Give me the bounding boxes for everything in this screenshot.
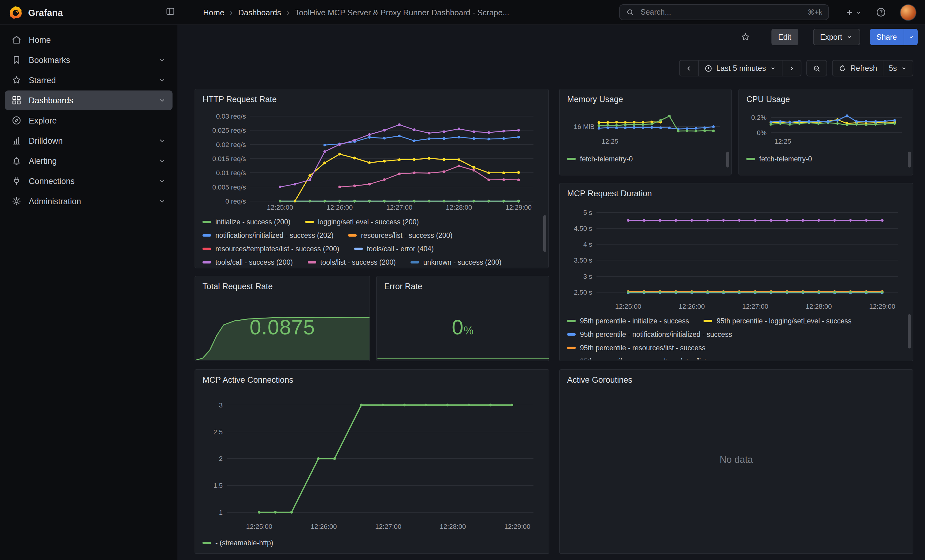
search-input[interactable] xyxy=(639,8,803,17)
time-range-group: Last 5 minutes xyxy=(679,60,801,77)
sidebar-item-dashboards[interactable]: Dashboards xyxy=(5,90,173,110)
panel-title[interactable]: MCP Active Connections xyxy=(202,375,541,384)
dashboard-toolbar: Edit Export Share xyxy=(740,29,917,45)
share-menu-button[interactable] xyxy=(904,29,917,45)
help-button[interactable] xyxy=(875,7,886,18)
edit-button[interactable]: Edit xyxy=(771,29,798,45)
legend-item[interactable]: 95th percentile - resources/templates/li… xyxy=(567,357,738,359)
sidebar-item-explore[interactable]: Explore xyxy=(5,111,173,130)
legend-item[interactable]: tools/call - error (404) xyxy=(354,245,434,252)
chevron-down-icon[interactable] xyxy=(158,177,166,185)
legend-item[interactable]: logging/setLevel - success (200) xyxy=(305,218,419,225)
panel-error-rate: Error Rate 0% xyxy=(376,276,549,361)
series-swatch xyxy=(746,158,755,160)
panel-title[interactable]: Memory Usage xyxy=(567,95,724,104)
search-bar[interactable]: ⌘+k xyxy=(619,4,829,20)
legend-item[interactable]: resources/list - success (200) xyxy=(348,232,452,239)
svg-text:12:27:00: 12:27:00 xyxy=(386,204,413,211)
legend-item[interactable]: tools/call - success (200) xyxy=(202,258,293,266)
svg-text:5 s: 5 s xyxy=(583,209,592,216)
favorite-star-button[interactable] xyxy=(740,32,751,42)
legend-item[interactable]: 95th percentile - logging/setLevel - suc… xyxy=(704,317,851,324)
chevron-down-icon[interactable] xyxy=(158,156,166,165)
svg-text:12:25: 12:25 xyxy=(601,138,618,145)
svg-text:0%: 0% xyxy=(757,129,767,137)
svg-text:0.025 req/s: 0.025 req/s xyxy=(212,126,246,134)
time-series-chart[interactable]: 11.522.5312:25:0012:26:0012:27:0012:28:0… xyxy=(202,389,541,533)
refresh-interval-picker[interactable]: 5s xyxy=(883,60,913,77)
scrollbar-thumb[interactable] xyxy=(908,152,911,168)
breadcrumb-item[interactable]: Dashboards xyxy=(238,8,281,17)
export-button[interactable]: Export xyxy=(813,29,860,45)
legend-item[interactable]: unknown - success (200) xyxy=(410,258,502,266)
sidebar-item-connections[interactable]: Connections xyxy=(5,171,173,191)
legend-item[interactable]: 95th percentile - notifications/initiali… xyxy=(567,331,732,338)
legend-item[interactable]: fetch-telemetry-0 xyxy=(746,155,812,163)
sidebar-item-alerting[interactable]: Alerting xyxy=(5,151,173,171)
svg-text:1: 1 xyxy=(219,509,223,516)
series-swatch xyxy=(410,261,419,263)
scrollbar-thumb[interactable] xyxy=(543,215,546,252)
legend-item[interactable]: 95th percentile - initialize - success xyxy=(567,317,689,324)
scrollbar-thumb[interactable] xyxy=(908,314,911,348)
time-range-picker[interactable]: Last 5 minutes xyxy=(698,60,782,77)
refresh-group: Refresh 5s xyxy=(832,60,913,77)
panel-title[interactable]: Active Goroutines xyxy=(567,375,905,384)
scrollbar-thumb[interactable] xyxy=(726,152,729,168)
time-series-chart[interactable]: 0%0.2%12:25 xyxy=(746,107,905,147)
sidebar-item-bookmarks[interactable]: Bookmarks xyxy=(5,50,173,70)
panel-title[interactable]: HTTP Request Rate xyxy=(202,95,541,104)
time-series-chart[interactable]: 16 MiB12:25 xyxy=(567,107,724,147)
share-button[interactable]: Share xyxy=(870,29,904,45)
time-shift-forward-button[interactable] xyxy=(782,60,801,77)
new-button[interactable] xyxy=(845,8,862,17)
svg-text:2.5: 2.5 xyxy=(213,428,223,436)
panel-title[interactable]: Error Rate xyxy=(384,282,541,291)
sidebar-item-home[interactable]: Home xyxy=(5,30,173,50)
svg-text:4 s: 4 s xyxy=(583,240,592,248)
chevron-down-icon[interactable] xyxy=(158,197,166,206)
refresh-icon xyxy=(838,64,847,72)
legend-item[interactable]: tools/list - success (200) xyxy=(307,258,396,266)
breadcrumb-item[interactable]: Home xyxy=(203,8,224,17)
share-split-button: Share xyxy=(870,29,917,45)
mega-menu-dock-icon[interactable] xyxy=(165,6,176,17)
time-series-chart[interactable]: 0 req/s0.005 req/s0.01 req/s0.015 req/s0… xyxy=(202,107,541,213)
chevron-down-icon[interactable] xyxy=(158,56,166,64)
panel-title[interactable]: Total Request Rate xyxy=(202,282,362,291)
series-swatch xyxy=(567,320,575,322)
user-avatar[interactable] xyxy=(900,4,916,21)
chevron-left-icon xyxy=(685,65,692,72)
svg-text:3: 3 xyxy=(219,401,223,409)
legend-item[interactable]: notifications/initialized - success (202… xyxy=(202,232,333,239)
legend-item[interactable]: - (streamable-http) xyxy=(202,539,273,546)
sidebar-item-starred[interactable]: Starred xyxy=(5,70,173,90)
time-shift-back-button[interactable] xyxy=(679,60,698,77)
refresh-button[interactable]: Refresh xyxy=(832,60,883,77)
legend-item[interactable]: resources/templates/list - success (200) xyxy=(202,245,339,252)
panel-title[interactable]: MCP Request Duration xyxy=(567,189,905,198)
series-swatch xyxy=(348,234,357,237)
svg-text:12:28:00: 12:28:00 xyxy=(806,303,832,310)
brand[interactable]: Grafana xyxy=(0,5,63,19)
svg-text:12:26:00: 12:26:00 xyxy=(327,204,353,211)
sidebar-item-label: Bookmarks xyxy=(29,56,158,65)
sidebar-item-drilldown[interactable]: Drilldown xyxy=(5,131,173,150)
breadcrumb-item: ToolHive MCP Server & Proxy Runner Dashb… xyxy=(295,8,509,17)
series-swatch xyxy=(202,261,211,263)
panel-title[interactable]: CPU Usage xyxy=(746,95,905,104)
svg-text:3.50 s: 3.50 s xyxy=(574,257,592,264)
chevron-down-icon[interactable] xyxy=(158,96,166,105)
time-series-chart[interactable]: 2.50 s3 s3.50 s4 s4.50 s5 s12:25:0012:26… xyxy=(567,201,905,312)
series-swatch xyxy=(567,158,575,160)
zoom-out-button[interactable] xyxy=(806,60,827,77)
legend-item[interactable]: initialize - success (200) xyxy=(202,218,290,225)
sidebar-item-administration[interactable]: Administration xyxy=(5,191,173,211)
chevron-down-icon[interactable] xyxy=(158,136,166,145)
svg-text:0.01 req/s: 0.01 req/s xyxy=(216,169,246,177)
legend-item[interactable]: 95th percentile - resources/list - succe… xyxy=(567,344,705,351)
grafana-app: Grafana Home›Dashboards›ToolHive MCP Ser… xyxy=(0,0,925,560)
panel-total-request-rate: Total Request Rate 0.0875 xyxy=(194,276,370,361)
chevron-down-icon[interactable] xyxy=(158,76,166,84)
legend-item[interactable]: fetch-telemetry-0 xyxy=(567,155,633,163)
